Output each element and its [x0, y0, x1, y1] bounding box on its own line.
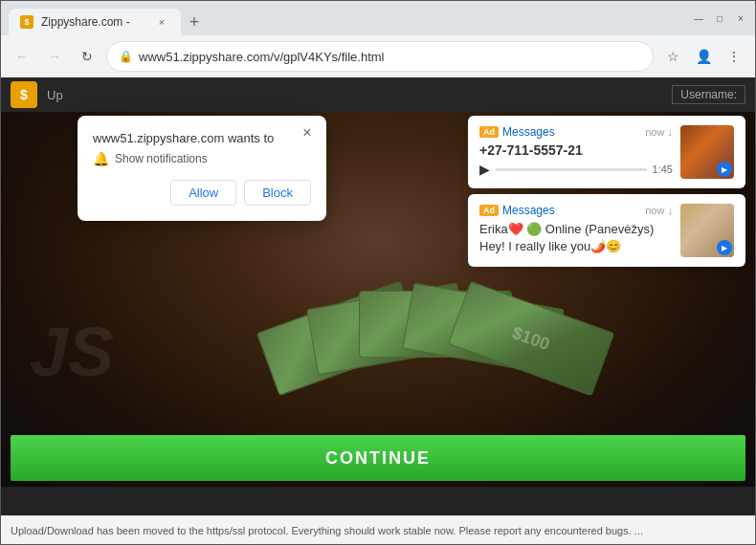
page-header: $ Up Username: [1, 77, 755, 112]
maximize-button[interactable]: □ [713, 11, 726, 25]
ad-duration: 1:45 [653, 164, 673, 175]
toolbar-icons: ☆ 👤 ⋮ [659, 43, 747, 70]
active-tab[interactable]: $ Zippyshare.com - × [9, 9, 181, 35]
ad-time-2: now ↓ [645, 205, 673, 216]
ad-card-2-header: Ad Messages now ↓ [479, 204, 673, 217]
status-text: Upload/Download has been moved to the ht… [11, 525, 643, 536]
new-tab-button[interactable]: + [181, 9, 208, 35]
ad-card-1-content: Ad Messages now ↓ +27-711-5557-21 ▶ 1:45 [479, 125, 673, 177]
menu-button[interactable]: ⋮ [721, 43, 747, 70]
popup-close-button[interactable]: × [298, 123, 317, 142]
ad-time-1: now ↓ [645, 126, 673, 138]
ad-card-2-content: Ad Messages now ↓ Erika❤️ 🟢 Online (Pane… [479, 204, 673, 255]
popup-title: www51.zippyshare.com wants to [93, 131, 311, 145]
ad-thumb-overlay-1: ▶ [717, 162, 732, 177]
tab-close-button[interactable]: × [154, 14, 169, 30]
page-content: $100 $100 $100 $100 $100 JS $ Up Usernam… [1, 77, 755, 515]
url-bar[interactable]: 🔒 www51.zippyshare.com/v/gplV4KYs/file.h… [106, 41, 654, 72]
ad-thumb-overlay-2: ▶ [717, 240, 732, 255]
minimize-button[interactable]: — [692, 11, 705, 25]
notification-popup: × www51.zippyshare.com wants to 🔔 Show n… [78, 116, 326, 221]
block-button[interactable]: Block [244, 180, 311, 206]
continue-button[interactable]: CONTINUE [11, 435, 745, 481]
ad-notifications: Ad Messages now ↓ +27-711-5557-21 ▶ 1:45… [468, 116, 745, 267]
ad-progress-bar [496, 168, 647, 171]
ad-controls: ▶ 1:45 [479, 162, 673, 177]
window-controls: — □ × [692, 11, 747, 25]
ad-card-2[interactable]: Ad Messages now ↓ Erika❤️ 🟢 Online (Pane… [468, 194, 745, 267]
reload-button[interactable]: ↻ [74, 43, 100, 70]
back-button[interactable]: ← [9, 43, 35, 70]
popup-row: 🔔 Show notifications [93, 151, 311, 166]
forward-button[interactable]: → [41, 43, 68, 70]
browser-window: $ Zippyshare.com - × + — □ × ← → ↻ 🔒 www… [0, 0, 756, 545]
popup-buttons: Allow Block [93, 180, 311, 206]
ad-message-2: Erika❤️ 🟢 Online (Panevėžys)Hey! I reall… [479, 221, 673, 255]
money-fan: $100 $100 $100 $100 $100 [187, 267, 569, 458]
page-nav-text: Up [47, 88, 63, 102]
address-bar: ← → ↻ 🔒 www51.zippyshare.com/v/gplV4KYs/… [1, 35, 755, 77]
window-close-button[interactable]: × [734, 11, 747, 25]
bell-icon: 🔔 [93, 151, 109, 166]
allow-button[interactable]: Allow [170, 180, 236, 206]
tab-favicon: $ [20, 15, 33, 29]
tab-area: $ Zippyshare.com - × + [9, 1, 686, 35]
profile-button[interactable]: 👤 [690, 43, 717, 70]
security-icon: 🔒 [119, 50, 133, 63]
watermark: JS [30, 313, 114, 391]
ad-thumb-2: ▶ [680, 204, 734, 257]
ad-source-1: Messages [502, 125, 555, 139]
ad-phone: +27-711-5557-21 [479, 142, 673, 158]
ad-badge-1: Ad [479, 126, 499, 138]
ad-thumb-1: ▶ [680, 125, 734, 179]
tab-title: Zippyshare.com - [41, 15, 146, 29]
play-icon[interactable]: ▶ [479, 162, 490, 177]
ad-card-1[interactable]: Ad Messages now ↓ +27-711-5557-21 ▶ 1:45… [468, 116, 745, 188]
username-field[interactable]: Username: [672, 85, 745, 104]
popup-description: Show notifications [115, 152, 208, 165]
status-bar: Upload/Download has been moved to the ht… [1, 515, 755, 544]
ad-badge-2: Ad [479, 205, 499, 216]
ad-source-2: Messages [502, 204, 555, 217]
ad-card-1-header: Ad Messages now ↓ [479, 125, 673, 139]
title-bar: $ Zippyshare.com - × + — □ × [1, 1, 755, 35]
bookmark-button[interactable]: ☆ [659, 43, 686, 70]
site-logo: $ [11, 81, 37, 108]
url-text: www51.zippyshare.com/v/gplV4KYs/file.htm… [139, 50, 641, 64]
